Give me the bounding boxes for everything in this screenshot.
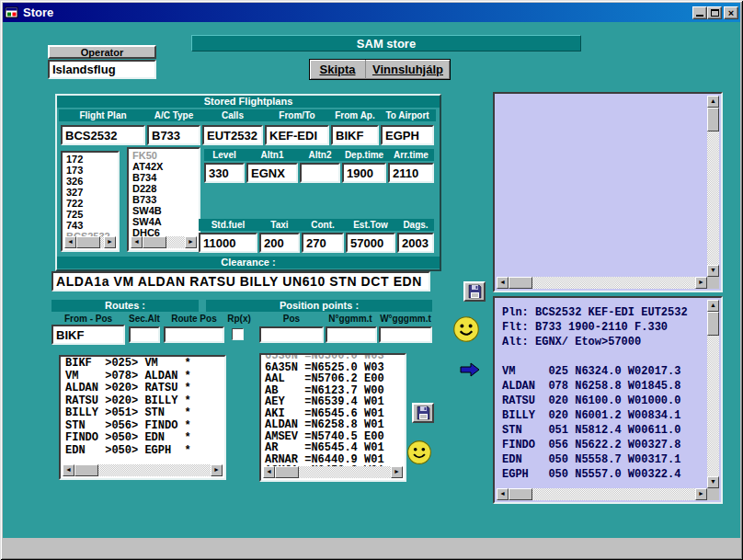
- scroll-up-button[interactable]: ▲: [707, 300, 719, 312]
- list-item[interactable]: D228: [131, 183, 198, 194]
- ac-type-field[interactable]: B733: [147, 125, 200, 145]
- list-item[interactable]: EDN >050> EGPH *: [63, 445, 223, 458]
- scroll-right-button[interactable]: ►: [211, 464, 223, 476]
- list-item[interactable]: 172: [64, 154, 117, 165]
- scrollbar-track[interactable]: [707, 108, 719, 265]
- taxi-field[interactable]: 200: [259, 233, 300, 253]
- scrollbar-thumb[interactable]: [509, 488, 532, 500]
- list-item[interactable]: 722: [64, 198, 117, 209]
- scroll-left-button[interactable]: ◄: [131, 236, 143, 248]
- routes-listbox[interactable]: BIKF >025> VM *VM >078> ALDAN *ALDAN >02…: [59, 355, 226, 480]
- output-panel-hscrollbar[interactable]: ◄►: [497, 488, 707, 500]
- info-panel[interactable]: ▲▼ ◄►: [493, 92, 723, 292]
- scrollbar-track[interactable]: [275, 466, 391, 478]
- rpx-checkbox[interactable]: [232, 328, 244, 340]
- flightplan-output-panel[interactable]: Pln: BCS2532 KEF-EDI EUT2532 Flt: B733 1…: [493, 296, 723, 504]
- flightplan-listbox[interactable]: 172173326327722725743BCS2532 ◄►: [61, 151, 120, 252]
- scrollbar-thumb[interactable]: [275, 466, 299, 478]
- std-fuel-field[interactable]: 11000: [199, 233, 257, 253]
- n-coord-field[interactable]: [326, 326, 377, 343]
- scroll-down-button[interactable]: ▼: [707, 476, 719, 488]
- list-item[interactable]: RATSU >020> BILLY *: [63, 395, 223, 408]
- altn2-field[interactable]: [300, 163, 340, 183]
- close-button[interactable]: ×: [724, 6, 738, 19]
- save-positions-button[interactable]: [412, 403, 434, 423]
- dags-field[interactable]: 2003: [397, 233, 434, 253]
- list-item[interactable]: VM >078> ALDAN *: [63, 371, 223, 383]
- list-item[interactable]: 327: [64, 187, 117, 198]
- scroll-right-button[interactable]: ►: [104, 236, 116, 248]
- list-item[interactable]: FK50: [131, 150, 198, 161]
- list-item[interactable]: DHC6: [131, 227, 198, 236]
- flightplan-list-hscrollbar[interactable]: ◄►: [64, 236, 116, 248]
- menu-item-skipta[interactable]: Skipta: [310, 60, 365, 79]
- altn1-field[interactable]: EGNX: [246, 163, 298, 183]
- cont-field[interactable]: 270: [302, 233, 344, 253]
- positions-list-hscrollbar[interactable]: ◄►: [263, 466, 403, 478]
- route-pos-field[interactable]: [164, 326, 224, 343]
- smiley2-button[interactable]: [405, 438, 434, 467]
- from-pos-field[interactable]: BIKF: [51, 325, 125, 345]
- info-panel-vscrollbar[interactable]: ▲▼: [707, 96, 719, 277]
- scrollbar-track[interactable]: [76, 236, 104, 248]
- scrollbar-track[interactable]: [143, 236, 185, 248]
- scrollbar-track[interactable]: [707, 312, 719, 476]
- to-airport-field[interactable]: EGPH: [381, 125, 434, 145]
- list-item[interactable]: ALDAN =N6258.8 W01: [263, 419, 404, 431]
- scrollbar-thumb[interactable]: [707, 312, 719, 336]
- scroll-right-button[interactable]: ►: [695, 277, 707, 289]
- scroll-up-button[interactable]: ▲: [707, 96, 719, 108]
- menu-item-vinnsluhjalp[interactable]: Vinnsluhjálp: [365, 60, 450, 79]
- list-item[interactable]: BIKF >025> VM *: [63, 358, 223, 371]
- list-item[interactable]: AAL =N5706.2 E00: [263, 373, 404, 385]
- transfer-button[interactable]: [458, 360, 482, 379]
- list-item[interactable]: SW4A: [131, 216, 198, 227]
- from-to-field[interactable]: KEF-EDI: [265, 125, 329, 145]
- w-coord-field[interactable]: [379, 326, 432, 343]
- flight-plan-field[interactable]: BCS2532: [61, 125, 145, 145]
- level-field[interactable]: 330: [204, 163, 245, 183]
- dep-time-field[interactable]: 1900: [342, 163, 386, 183]
- list-item[interactable]: 743: [64, 220, 117, 231]
- scrollbar-thumb[interactable]: [707, 108, 719, 131]
- scrollbar-thumb[interactable]: [74, 464, 98, 476]
- scroll-left-button[interactable]: ◄: [64, 236, 76, 248]
- scroll-down-button[interactable]: ▼: [707, 265, 719, 277]
- list-item[interactable]: B733: [131, 194, 198, 205]
- operator-button[interactable]: Operator: [48, 45, 156, 59]
- titlebar[interactable]: Store ×: [3, 3, 740, 22]
- scrollbar-track[interactable]: [509, 488, 695, 500]
- minimize-button[interactable]: [692, 6, 707, 19]
- est-tow-field[interactable]: 57000: [346, 233, 395, 253]
- output-panel-vscrollbar[interactable]: ▲▼: [707, 300, 719, 488]
- list-item[interactable]: AR =N6545.4 W01: [263, 442, 404, 454]
- scroll-right-button[interactable]: ►: [185, 236, 197, 248]
- scroll-left-button[interactable]: ◄: [497, 488, 509, 500]
- list-item[interactable]: SW4B: [131, 205, 198, 216]
- scrollbar-track[interactable]: [509, 277, 695, 289]
- scroll-right-button[interactable]: ►: [695, 488, 707, 500]
- info-panel-hscrollbar[interactable]: ◄►: [497, 277, 707, 289]
- list-item[interactable]: 725: [64, 209, 117, 220]
- scrollbar-thumb[interactable]: [509, 277, 532, 289]
- positions-listbox[interactable]: 6530N =N6500.0 W036A35N =N6525.0 W03AAL …: [259, 353, 406, 482]
- routes-list-hscrollbar[interactable]: ◄►: [63, 464, 223, 476]
- arr-time-field[interactable]: 2110: [388, 163, 434, 183]
- calls-field[interactable]: EUT2532: [202, 125, 263, 145]
- scroll-left-button[interactable]: ◄: [497, 277, 509, 289]
- list-item[interactable]: AEY =N6539.4 W01: [263, 396, 404, 408]
- operator-field[interactable]: Islandsflug: [48, 60, 156, 79]
- list-item[interactable]: ALDAN >020> RATSU *: [63, 383, 223, 395]
- scroll-left-button[interactable]: ◄: [63, 464, 74, 476]
- actype-list-hscrollbar[interactable]: ◄►: [131, 236, 197, 248]
- save-button[interactable]: [463, 281, 486, 302]
- sec-alt-field[interactable]: [129, 326, 160, 343]
- scrollbar-thumb[interactable]: [143, 236, 166, 248]
- list-item[interactable]: AT42X: [131, 161, 198, 172]
- list-item[interactable]: FINDO >050> EDN *: [63, 432, 223, 445]
- list-item[interactable]: BILLY >051> STN *: [63, 407, 223, 420]
- scroll-left-button[interactable]: ◄: [263, 466, 275, 478]
- actype-listbox[interactable]: FK50AT42XB734D228B733SW4BSW4ADHC6DHC5 ◄►: [127, 147, 200, 252]
- list-item[interactable]: B734: [131, 172, 198, 183]
- list-item[interactable]: 326: [64, 176, 117, 187]
